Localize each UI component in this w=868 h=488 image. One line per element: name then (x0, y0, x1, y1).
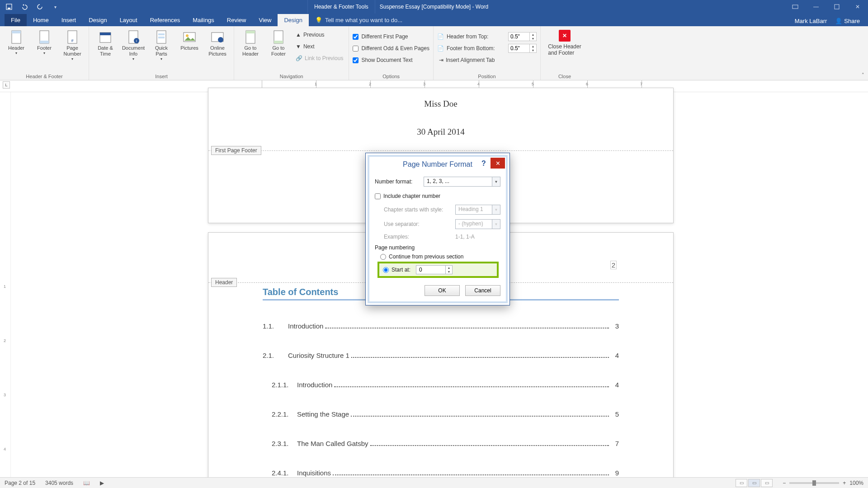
start-at-input[interactable]: ▲▼ (416, 265, 453, 274)
dialog-close-button[interactable]: ✕ (491, 158, 505, 169)
include-chapter-checkbox[interactable]: Include chapter number (375, 191, 500, 201)
zoom-out-button[interactable]: − (783, 480, 786, 486)
date-time-button[interactable]: Date & Time (93, 28, 118, 57)
zoom-in-button[interactable]: + (843, 480, 846, 486)
header-from-top-input[interactable]: ▲▼ (508, 32, 537, 41)
tab-layout[interactable]: Layout (113, 14, 144, 26)
document-info-button[interactable]: iDocument Info▾ (121, 28, 146, 61)
close-header-footer-button[interactable]: ✕ Close Header and Footer (544, 28, 585, 56)
spin-up-icon[interactable]: ▲ (530, 44, 536, 48)
footer-button[interactable]: Footer▾ (32, 28, 57, 55)
number-format-label: Number format: (375, 178, 420, 185)
tab-insert[interactable]: Insert (55, 14, 83, 26)
collapse-ribbon-icon[interactable]: ˄ (862, 72, 864, 78)
header-button[interactable]: Header▾ (4, 28, 29, 55)
account-name[interactable]: Mark LaBarr (795, 18, 827, 24)
close-window-icon[interactable]: ✕ (847, 0, 868, 14)
qat-customize-icon[interactable]: ▾ (52, 3, 59, 10)
svg-rect-1 (8, 8, 10, 9)
vertical-ruler[interactable]: 1 2 3 4 (0, 92, 11, 477)
insert-alignment-tab-button[interactable]: ⇥Insert Alignment Tab (437, 55, 537, 65)
link-to-previous-button[interactable]: 🔗Link to Previous (294, 53, 345, 63)
undo-icon[interactable] (21, 3, 28, 10)
document-name-line: Miss Doe (208, 99, 673, 109)
footer-from-bottom-field: 📄 Footer from Bottom: ▲▼ (437, 43, 537, 53)
pictures-button[interactable]: Pictures (177, 28, 202, 51)
toc-page: 4 (611, 381, 619, 389)
tab-references[interactable]: References (144, 14, 186, 26)
group-close: ✕ Close Header and Footer Close (541, 26, 589, 80)
share-button[interactable]: 👤 Share (835, 18, 860, 24)
cancel-button[interactable]: Cancel (465, 285, 500, 296)
separator-label: Use separator: (384, 221, 452, 227)
tab-stop-indicator[interactable]: L (3, 81, 10, 89)
svg-rect-7 (40, 41, 49, 43)
tell-me-search[interactable]: 💡 Tell me what you want to do... (309, 14, 409, 26)
toc-entry-title: Setting the Stage (297, 410, 349, 418)
footer-icon (37, 30, 52, 44)
toc-number: 2.1.1. (272, 381, 297, 389)
different-odd-even-checkbox[interactable]: Different Odd & Even Pages (353, 43, 429, 53)
spin-down-icon[interactable]: ▼ (530, 48, 536, 52)
previous-button[interactable]: ▲Previous (294, 30, 345, 40)
spin-up-icon[interactable]: ▲ (530, 33, 536, 37)
tab-mailings[interactable]: Mailings (186, 14, 221, 26)
number-format-combo[interactable]: 1, 2, 3, ... ▼ (424, 177, 500, 187)
page-number-button[interactable]: # Page Number▾ (60, 28, 85, 61)
spin-up-icon[interactable]: ▲ (446, 266, 452, 270)
svg-rect-11 (100, 33, 111, 35)
maximize-icon[interactable] (826, 0, 847, 14)
goto-header-button[interactable]: Go to Header (238, 28, 263, 57)
zoom-slider[interactable] (789, 482, 839, 484)
ribbon-display-options-icon[interactable] (785, 0, 806, 14)
tab-file[interactable]: File (5, 14, 27, 26)
toc-number: 2.4.1. (272, 469, 297, 477)
page-numbering-section: Page numbering (375, 244, 500, 251)
quick-parts-button[interactable]: Quick Parts▾ (149, 28, 174, 61)
status-bar: Page 2 of 15 3405 words 📖 ▶ ▭ ▭ ▭ − + 10… (0, 477, 868, 488)
toc-page: 3 (611, 322, 619, 330)
spelling-icon[interactable]: 📖 (83, 480, 90, 486)
web-layout-button[interactable]: ▭ (761, 479, 773, 487)
macro-icon[interactable]: ▶ (100, 480, 104, 486)
show-document-text-checkbox[interactable]: Show Document Text (353, 55, 429, 65)
spin-down-icon[interactable]: ▼ (530, 37, 536, 41)
online-pictures-button[interactable]: Online Pictures (205, 28, 230, 57)
svg-rect-16 (158, 33, 165, 35)
read-mode-button[interactable]: ▭ (736, 479, 747, 487)
start-at-radio[interactable]: Start at: ▲▼ (383, 265, 497, 274)
header-tag: Header (211, 278, 237, 287)
svg-text:i: i (136, 39, 137, 43)
save-icon[interactable] (5, 3, 13, 10)
footer-from-bottom-input[interactable]: ▲▼ (508, 44, 537, 53)
quick-access-toolbar: ▾ (0, 3, 59, 10)
print-layout-button[interactable]: ▭ (748, 479, 760, 487)
view-buttons: ▭ ▭ ▭ (736, 479, 773, 487)
chapter-starts-label: Chapter starts with style: (384, 206, 452, 213)
dialog-help-button[interactable]: ? (478, 159, 490, 169)
share-icon: 👤 (835, 18, 842, 24)
continue-from-previous-radio[interactable]: Continue from previous section (380, 253, 500, 260)
toc-row: 2.3.1.The Man Called Gatsby7 (263, 440, 619, 447)
toc-row: 1.1.Introduction3 (263, 322, 619, 330)
toc-leader (370, 445, 609, 446)
zoom-level[interactable]: 100% (849, 480, 863, 486)
footer-boundary-line (208, 150, 673, 151)
tab-review[interactable]: Review (221, 14, 253, 26)
goto-footer-button[interactable]: Go to Footer (266, 28, 291, 57)
doc-info-icon: i (126, 30, 141, 44)
tab-view[interactable]: View (252, 14, 278, 26)
different-first-page-checkbox[interactable]: Different First Page (353, 32, 429, 42)
status-page[interactable]: Page 2 of 15 (5, 480, 35, 486)
tab-hf-design[interactable]: Design (278, 14, 308, 26)
header-page-number[interactable]: 2 (610, 261, 617, 269)
header-from-top-field: 📄 Header from Top: ▲▼ (437, 32, 537, 42)
status-words[interactable]: 3405 words (45, 480, 73, 486)
ok-button[interactable]: OK (425, 285, 460, 296)
minimize-icon[interactable]: — (806, 0, 826, 14)
redo-icon[interactable] (36, 3, 43, 10)
next-button[interactable]: ▼Next (294, 42, 345, 52)
tab-design[interactable]: Design (82, 14, 113, 26)
spin-down-icon[interactable]: ▼ (446, 270, 452, 274)
tab-home[interactable]: Home (27, 14, 55, 26)
